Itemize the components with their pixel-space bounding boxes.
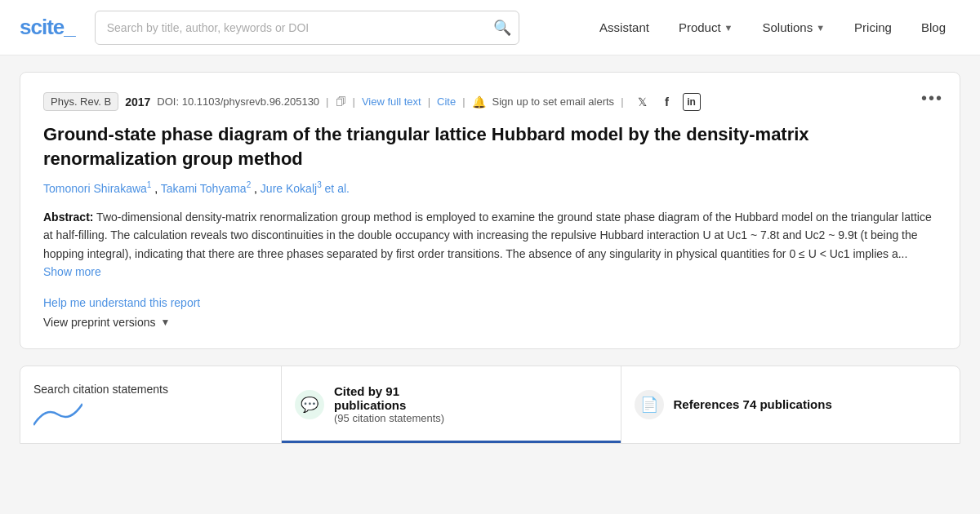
product-chevron-icon: ▼	[724, 23, 733, 33]
nav-links: Assistant Product ▼ Solutions ▼ Pricing …	[585, 0, 960, 55]
cite-link[interactable]: Cite	[437, 95, 456, 108]
facebook-icon[interactable]: f	[658, 93, 676, 111]
alert-text: Sign up to set email alerts	[492, 95, 615, 108]
search-icon: 🔍	[493, 20, 511, 36]
solutions-chevron-icon: ▼	[816, 23, 825, 33]
main-content: ••• Phys. Rev. B 2017 DOI: 10.1103/physr…	[0, 55, 980, 444]
author-1[interactable]: Tomonori Shirakawa1	[43, 182, 154, 195]
copy-icon: 🗍	[336, 95, 346, 108]
nav-blog[interactable]: Blog	[906, 0, 960, 55]
author-2[interactable]: Takami Tohyama2	[161, 182, 254, 195]
nav-product[interactable]: Product ▼	[664, 0, 748, 55]
site-logo[interactable]: scite_	[20, 15, 75, 40]
nav-pricing[interactable]: Pricing	[840, 0, 906, 55]
view-full-text-link[interactable]: View full text	[362, 95, 421, 108]
cited-by-icon: 💬	[295, 390, 324, 419]
citation-statements: (95 citation statements)	[334, 412, 444, 424]
help-understand-link[interactable]: Help me understand this report	[43, 296, 937, 309]
linkedin-icon[interactable]: in	[683, 93, 701, 111]
meta-row: Phys. Rev. B 2017 DOI: 10.1103/physrevb.…	[43, 92, 937, 111]
author-3[interactable]: Jure Kokalj3	[261, 182, 325, 195]
paper-title: Ground-state phase diagram of the triang…	[43, 122, 937, 171]
twitter-icon[interactable]: 𝕏	[634, 93, 652, 111]
paper-card: ••• Phys. Rev. B 2017 DOI: 10.1103/physr…	[20, 72, 960, 349]
references-icon: 📄	[635, 390, 664, 419]
document-icon: 📄	[640, 396, 658, 414]
journal-badge: Phys. Rev. B	[43, 92, 118, 111]
nav-solutions[interactable]: Solutions ▼	[748, 0, 840, 55]
social-icons: 𝕏 f in	[634, 93, 701, 111]
search-tab-label: Search citation statements	[33, 383, 268, 396]
navbar: scite_ 🔍 Assistant Product ▼ Solutions ▼…	[0, 0, 980, 55]
paper-year: 2017	[125, 95, 150, 109]
tab-cited-by[interactable]: 💬 Cited by 91 publications (95 citation …	[282, 366, 621, 443]
action-row: Help me understand this report View prep…	[43, 296, 937, 329]
cited-by-main: Cited by 91	[334, 384, 444, 398]
bottom-tabs: Search citation statements 💬 Cited by 91…	[20, 366, 960, 444]
search-button[interactable]: 🔍	[493, 19, 511, 37]
tab-references[interactable]: 📄 References 74 publications	[621, 366, 960, 443]
more-options-button[interactable]: •••	[921, 89, 943, 108]
search-box: 🔍	[95, 11, 519, 45]
authors-row: Tomonori Shirakawa1 , Takami Tohyama2 , …	[43, 180, 937, 195]
nav-assistant[interactable]: Assistant	[585, 0, 664, 55]
search-curve-icon	[33, 402, 82, 427]
references-main: References 74 publications	[674, 397, 832, 411]
preprint-row[interactable]: View preprint versions ▼	[43, 316, 937, 329]
tab-search-citations[interactable]: Search citation statements	[20, 366, 282, 443]
show-more-link[interactable]: Show more	[43, 265, 101, 278]
et-al-link[interactable]: et al.	[325, 182, 350, 195]
bell-icon: 🔔	[472, 95, 486, 109]
chat-bubble-icon: 💬	[301, 396, 318, 414]
abstract: Abstract: Two-dimensional density-matrix…	[43, 208, 937, 281]
cited-by-sub: publications	[334, 398, 444, 412]
paper-doi: DOI: 10.1103/physrevb.96.205130	[157, 95, 319, 108]
search-input[interactable]	[95, 11, 519, 45]
preprint-chevron-icon: ▼	[160, 317, 170, 328]
